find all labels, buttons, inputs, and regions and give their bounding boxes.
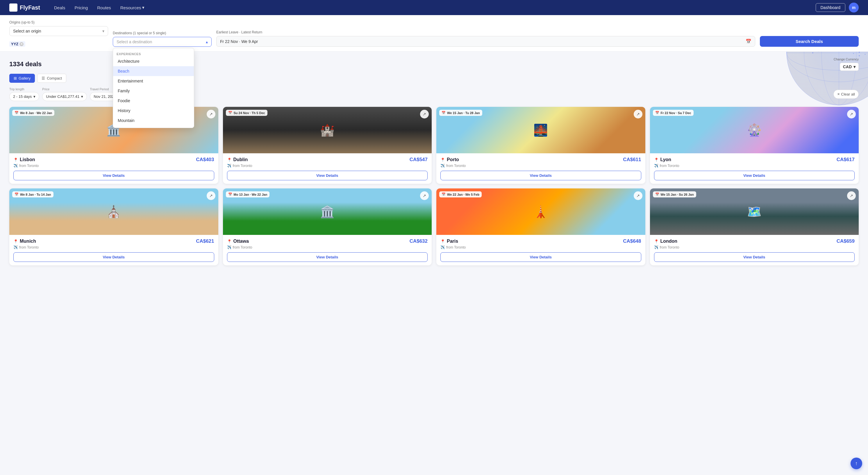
share-button-london[interactable]: ↗	[847, 191, 856, 200]
card-image-ottawa: 🏛️ 📅 Mo 13 Jan · We 22 Jan ↗	[223, 189, 432, 235]
currency-label: Change Currency	[834, 58, 859, 61]
dashboard-button[interactable]: Dashboard	[816, 3, 846, 12]
card-price-ottawa: CA$632	[410, 238, 428, 244]
card-price-london: CA$659	[837, 238, 855, 244]
trip-length-filter[interactable]: 2 - 15 days ▾	[9, 92, 39, 101]
card-from-paris: ✈️ from Toronto	[440, 245, 641, 249]
dest-option-foodie[interactable]: Foodie	[113, 96, 194, 106]
brand-icon	[9, 3, 18, 11]
card-body-london: 📍 London CA$659 ✈️ from Toronto View Det…	[650, 235, 859, 265]
nav-deals[interactable]: Deals	[54, 5, 65, 10]
compact-view-button[interactable]: ☰ Compact	[37, 74, 66, 83]
search-row: Origins (up-to 5) Select an origin ▾ YYZ…	[9, 20, 859, 47]
price-label: Price	[42, 88, 87, 91]
share-button-porto[interactable]: ↗	[634, 110, 643, 118]
chevron-up-icon: ▴	[206, 39, 208, 44]
card-from-ottawa: ✈️ from Toronto	[227, 245, 428, 249]
view-details-button-lyon[interactable]: View Details	[654, 171, 855, 180]
navbar: FlyFast Deals Pricing Routes Resources ▾…	[0, 0, 868, 15]
card-date-lisbon: 📅 We 8 Jan · We 22 Jan	[12, 110, 54, 116]
card-body-lisbon: 📍 Lisbon CA$403 ✈️ from Toronto View Det…	[9, 153, 218, 184]
card-price-dublin: CA$547	[410, 157, 428, 163]
plane-icon: ✈️	[227, 164, 231, 168]
dest-option-architecture[interactable]: Architecture	[113, 56, 194, 66]
origin-placeholder: Select an origin	[13, 29, 41, 33]
chevron-down-icon: ▾	[81, 94, 83, 99]
plane-icon: ✈️	[440, 245, 445, 249]
date-input-wrapper[interactable]: Fr 22 Nov · We 9 Apr 📅	[216, 36, 755, 47]
view-details-button-ottawa[interactable]: View Details	[227, 252, 428, 262]
search-deals-button[interactable]: Search Deals	[760, 36, 859, 47]
card-body-porto: 📍 Porto CA$611 ✈️ from Toronto View Deta…	[436, 153, 645, 184]
deal-card-lyon: 🎡 📅 Fr 22 Nov · Sa 7 Dec ↗ 📍 Lyon CA$617…	[650, 107, 859, 184]
dest-option-beach[interactable]: Beach	[113, 66, 194, 76]
user-avatar[interactable]: m	[849, 3, 859, 12]
deal-card-ottawa: 🏛️ 📅 Mo 13 Jan · We 22 Jan ↗ 📍 Ottawa CA…	[223, 189, 432, 265]
calendar-icon: 📅	[655, 193, 659, 196]
price-filter[interactable]: Under CA$1,277.41 ▾	[42, 92, 87, 101]
nav-resources[interactable]: Resources ▾	[120, 5, 145, 10]
dest-option-entertainment[interactable]: Entertainment	[113, 76, 194, 86]
date-label: Earliest Leave · Latest Return	[216, 30, 755, 34]
nav-routes[interactable]: Routes	[97, 5, 111, 10]
deal-card-london: 🗺️ 📅 We 15 Jan · Su 26 Jan ↗ 📍 London CA…	[650, 189, 859, 265]
chevron-down-icon: ▾	[33, 94, 35, 99]
view-details-button-porto[interactable]: View Details	[440, 171, 641, 180]
card-image-paris: 🗼 📅 We 22 Jan · We 5 Feb ↗	[436, 189, 645, 235]
date-value: Fr 22 Nov · We 9 Apr	[220, 39, 258, 44]
search-section: Origins (up-to 5) Select an origin ▾ YYZ…	[0, 15, 868, 52]
plane-icon: ✈️	[654, 164, 658, 168]
plane-icon: ✈️	[227, 245, 231, 249]
card-image-london: 🗺️ 📅 We 15 Jan · Su 26 Jan ↗	[650, 189, 859, 235]
destination-dropdown: Experiences Architecture Beach Entertain…	[113, 48, 194, 128]
location-icon: 📍	[227, 239, 232, 244]
destination-select[interactable]: Select a destination ▴	[113, 37, 212, 47]
compact-icon: ☰	[41, 76, 45, 80]
card-body-paris: 📍 Paris CA$648 ✈️ from Toronto View Deta…	[436, 235, 645, 265]
origin-tag-remove[interactable]: ✕	[20, 42, 24, 46]
view-details-button-munich[interactable]: View Details	[13, 252, 214, 262]
card-from-dublin: ✈️ from Toronto	[227, 164, 428, 168]
nav-pricing[interactable]: Pricing	[74, 5, 88, 10]
brand-logo[interactable]: FlyFast	[9, 3, 40, 11]
location-icon: 📍	[227, 158, 232, 162]
dest-option-history[interactable]: History	[113, 106, 194, 115]
gallery-view-button[interactable]: ⊞ Gallery	[9, 74, 35, 83]
deal-card-porto: 🌉 📅 We 15 Jan · Tu 28 Jan ↗ 📍 Porto CA$6…	[436, 107, 645, 184]
card-city-ottawa: 📍 Ottawa	[227, 239, 249, 244]
destinations-label: Destinations (1 special or 5 single)	[113, 31, 212, 35]
trip-length-label: Trip length	[9, 88, 39, 91]
currency-select[interactable]: CAD ▾	[840, 63, 859, 71]
origin-select[interactable]: Select an origin ▾	[9, 26, 108, 36]
plane-icon: ✈️	[654, 245, 658, 249]
experiences-section-label: Experiences	[113, 50, 194, 56]
calendar-icon: 📅	[14, 193, 19, 196]
view-details-button-london[interactable]: View Details	[654, 252, 855, 262]
currency-value: CAD	[843, 64, 852, 69]
dest-option-mountain[interactable]: Mountain	[113, 115, 194, 126]
share-button-paris[interactable]: ↗	[634, 191, 643, 200]
card-image-porto: 🌉 📅 We 15 Jan · Tu 28 Jan ↗	[436, 107, 645, 153]
view-details-button-lisbon[interactable]: View Details	[13, 171, 214, 180]
share-button-munich[interactable]: ↗	[207, 191, 215, 200]
view-details-button-paris[interactable]: View Details	[440, 252, 641, 262]
share-button-lyon[interactable]: ↗	[847, 110, 856, 118]
card-from-porto: ✈️ from Toronto	[440, 164, 641, 168]
card-price-lisbon: CA$403	[196, 157, 214, 163]
dest-option-family[interactable]: Family	[113, 86, 194, 96]
calendar-icon: 📅	[441, 111, 446, 115]
calendar-icon: 📅	[228, 111, 232, 115]
clear-all-button[interactable]: ✕ Clear all	[833, 90, 859, 99]
card-city-lyon: 📍 Lyon	[654, 157, 672, 162]
share-button-lisbon[interactable]: ↗	[207, 110, 215, 118]
currency-section: Change Currency CAD ▾	[834, 58, 859, 71]
calendar-icon: 📅	[14, 111, 19, 115]
view-details-button-dublin[interactable]: View Details	[227, 171, 428, 180]
share-button-ottawa[interactable]: ↗	[420, 191, 429, 200]
card-image-lyon: 🎡 📅 Fr 22 Nov · Sa 7 Dec ↗	[650, 107, 859, 153]
card-body-munich: 📍 Munich CA$621 ✈️ from Toronto View Det…	[9, 235, 218, 265]
card-price-munich: CA$621	[196, 238, 214, 244]
card-from-london: ✈️ from Toronto	[654, 245, 855, 249]
price-filter-group: Price Under CA$1,277.41 ▾	[42, 88, 87, 101]
share-button-dublin[interactable]: ↗	[420, 110, 429, 118]
